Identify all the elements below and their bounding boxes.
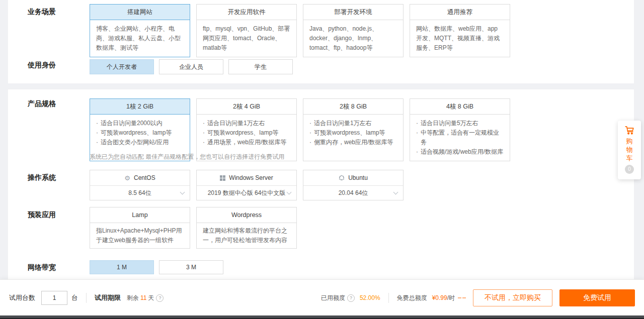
- help-icon[interactable]: ?: [347, 294, 355, 302]
- os-version-value: 2019 数据中心版 64位中文版: [208, 189, 286, 197]
- help-icon[interactable]: ?: [156, 294, 164, 302]
- spec-bullet: 适合图文类小型网站/应用: [96, 138, 184, 147]
- os-name: Windows Server: [229, 174, 273, 181]
- bandwidth-options: 1 M 3 M: [90, 260, 223, 274]
- spec-card-title[interactable]: 2核 4 GiB: [197, 99, 296, 115]
- spec-bullet: 侧重内存，web应用/数据库等: [309, 138, 397, 147]
- spec-bullet: 中等配置，适合有一定规模业务: [416, 128, 504, 147]
- app-card-desc: 指Linux+Apache+Mysql+PHP用于建立web服务器的一组软件: [90, 223, 190, 248]
- app-card-lamp[interactable]: Lamp 指Linux+Apache+Mysql+PHP用于建立web服务器的一…: [90, 207, 190, 249]
- spec-bullet: 可预装wordpress、lamp等: [203, 128, 290, 138]
- chevron-down-icon: [180, 190, 185, 195]
- spec-bullet: 可预装wordpress、lamp等: [96, 128, 184, 138]
- os-version-select-centos[interactable]: 8.5 64位: [90, 186, 190, 200]
- period-prefix: 剩余: [127, 294, 139, 302]
- os-name: CentOS: [134, 174, 155, 181]
- spec-card-row: 1核 2 GiB 适合日访问量2000以内 可预装wordpress、lamp等…: [90, 98, 510, 161]
- scenario-card-title[interactable]: 通用推荐: [410, 5, 510, 20]
- bandwidth-label: 网络带宽: [28, 263, 56, 272]
- os-name: Ubuntu: [348, 174, 368, 181]
- identity-option-personal[interactable]: 个人开发者: [90, 59, 154, 74]
- collapse-toggle-icon[interactable]: [458, 297, 466, 298]
- app-card-title[interactable]: Wordpress: [197, 207, 296, 223]
- apps-label: 预装应用: [28, 210, 56, 220]
- used-quota-value: 52.00%: [360, 294, 380, 301]
- panel-business: 业务场景 搭建网站 博客、企业网站、小程序、电商、游戏私服、私人云盘、小型数据库…: [8, 0, 634, 83]
- app-card-wordpress[interactable]: Wordpress 建立网站和博客最流行的平台之一，用户可轻松地管理发布内容: [196, 207, 297, 249]
- identity-option-enterprise[interactable]: 企业人员: [159, 59, 223, 74]
- spec-bullet: 适合视频/游戏/web应用/数据库: [416, 147, 504, 157]
- quantity-input[interactable]: [41, 291, 67, 305]
- trial-footer-bar: 试用台数 台 试用期限 剩余 11 天 ? 已用额度 ? 52.00% 免费总额…: [0, 279, 644, 316]
- spec-card-bullets: 适合日访问量1万左右 可预装wordpress、lamp等 侧重内存，web应用…: [303, 115, 403, 151]
- spec-label: 产品规格: [28, 99, 56, 109]
- scenario-card-website[interactable]: 搭建网站 博客、企业网站、小程序、电商、游戏私服、私人云盘、小型数据库、测试等: [90, 4, 190, 57]
- cart-count-badge: 0: [625, 165, 634, 174]
- cart-label: 购 物 车: [626, 137, 633, 162]
- os-card-windows: Windows Server 2019 数据中心版 64位中文版: [196, 170, 297, 200]
- identity-label: 使用身份: [28, 61, 56, 70]
- apps-card-row: Lamp 指Linux+Apache+Mysql+PHP用于建立web服务器的一…: [90, 207, 297, 249]
- period-label: 试用期限: [95, 293, 121, 302]
- os-version-value: 8.5 64位: [128, 189, 151, 197]
- bandwidth-option-3m[interactable]: 3 M: [159, 260, 223, 274]
- os-option-windows[interactable]: Windows Server: [197, 170, 296, 186]
- spec-bullet: 适合日访问量5万左右: [416, 119, 504, 128]
- scenario-card-desc: ftp、mysql、vpn、GitHub、部署网页应用、tomact、Oracl…: [197, 20, 296, 57]
- os-card-row: ⚙ CentOS 8.5 64位 Windows Server 2019 数据中…: [90, 170, 404, 200]
- spec-card-1c2g[interactable]: 1核 2 GiB 适合日访问量2000以内 可预装wordpress、lamp等…: [90, 98, 190, 161]
- spec-bullet: 可预装wordpress、lamp等: [309, 128, 397, 138]
- os-card-centos: ⚙ CentOS 8.5 64位: [90, 170, 190, 200]
- centos-icon: ⚙: [124, 175, 130, 181]
- spec-card-2c4g[interactable]: 2核 4 GiB 适合日访问量1万左右 可预装wordpress、lamp等 通…: [196, 98, 297, 161]
- spec-card-4c8g[interactable]: 4核 8 GiB 适合日访问量5万左右 中等配置，适合有一定规模业务 适合视频/…: [410, 98, 510, 161]
- window-bottom-edge: [0, 315, 644, 319]
- identity-option-student[interactable]: 学生: [228, 59, 293, 74]
- os-version-value: 20.04 64位: [339, 189, 368, 197]
- spec-bullet: 适合日访问量1万左右: [203, 119, 290, 128]
- chevron-down-icon: [393, 190, 398, 195]
- divider: [388, 293, 389, 303]
- windows-icon: [220, 175, 225, 181]
- scenario-card-general[interactable]: 通用推荐 网站、数据库、web应用、app开发、MQTT、视频直播、游戏服务、E…: [410, 4, 510, 57]
- bandwidth-option-1m[interactable]: 1 M: [90, 260, 154, 274]
- scenario-card-devenv[interactable]: 部署开发环境 Java、python、node.js、docker、django…: [303, 4, 404, 57]
- chevron-down-icon: [287, 190, 292, 195]
- spec-bullet: 适合日访问量1万左右: [309, 119, 397, 128]
- buy-now-button[interactable]: 不试用，立即购买: [473, 289, 552, 306]
- spec-card-2c8g[interactable]: 2核 8 GiB 适合日访问量1万左右 可预装wordpress、lamp等 侧…: [303, 98, 404, 161]
- spec-card-title[interactable]: 2核 8 GiB: [303, 99, 403, 115]
- os-option-centos[interactable]: ⚙ CentOS: [90, 170, 190, 186]
- spec-auto-match-hint: 系统已为您自动匹配 最佳产品规格配置，您也可以自行选择进行免费试用: [90, 153, 284, 161]
- spec-card-bullets: 适合日访问量2000以内 可预装wordpress、lamp等 适合图文类小型网…: [90, 115, 190, 151]
- spec-card-title[interactable]: 1核 2 GiB: [90, 99, 190, 115]
- os-card-ubuntu: Ubuntu 20.04 64位: [303, 170, 404, 200]
- scenario-card-title[interactable]: 开发应用软件: [197, 5, 296, 20]
- scenario-card-title[interactable]: 搭建网站: [90, 5, 190, 20]
- os-version-select-windows[interactable]: 2019 数据中心版 64位中文版: [197, 186, 296, 200]
- scenario-card-desc: Java、python、node.js、docker、django、lnmp、t…: [303, 20, 403, 57]
- quantity-label: 试用台数: [9, 293, 35, 302]
- used-quota-label: 已用额度: [321, 294, 345, 302]
- shopping-cart-widget[interactable]: 购 物 车 0: [618, 121, 641, 179]
- os-option-ubuntu[interactable]: Ubuntu: [303, 170, 403, 186]
- total-quota-label: 免费总额度: [397, 294, 427, 302]
- total-quota-unit: /时: [447, 294, 455, 302]
- scenario-card-desc: 网站、数据库、web应用、app开发、MQTT、视频直播、游戏服务、ERP等: [410, 20, 510, 57]
- total-quota-amount: ¥0.99: [432, 294, 447, 301]
- scenario-card-title[interactable]: 部署开发环境: [303, 5, 403, 20]
- spec-card-bullets: 适合日访问量1万左右 可预装wordpress、lamp等 通用场景，web应用…: [197, 115, 296, 151]
- identity-options: 个人开发者 企业人员 学生: [90, 59, 293, 74]
- free-trial-button[interactable]: 免费试用: [559, 289, 635, 306]
- os-version-select-ubuntu[interactable]: 20.04 64位: [303, 186, 403, 200]
- scenario-card-row: 搭建网站 博客、企业网站、小程序、电商、游戏私服、私人云盘、小型数据库、测试等 …: [90, 4, 510, 57]
- period-suffix: 天: [148, 294, 154, 302]
- panel-config: 产品规格 1核 2 GiB 适合日访问量2000以内 可预装wordpress、…: [8, 89, 634, 279]
- app-card-desc: 建立网站和博客最流行的平台之一，用户可轻松地管理发布内容: [197, 223, 296, 248]
- app-card-title[interactable]: Lamp: [90, 207, 190, 223]
- scenario-card-devsoft[interactable]: 开发应用软件 ftp、mysql、vpn、GitHub、部署网页应用、tomac…: [196, 4, 297, 57]
- spec-card-title[interactable]: 4核 8 GiB: [410, 99, 510, 115]
- ubuntu-icon: [339, 175, 345, 181]
- spec-bullet: 适合日访问量2000以内: [96, 119, 184, 128]
- scenario-card-desc: 博客、企业网站、小程序、电商、游戏私服、私人云盘、小型数据库、测试等: [90, 20, 190, 57]
